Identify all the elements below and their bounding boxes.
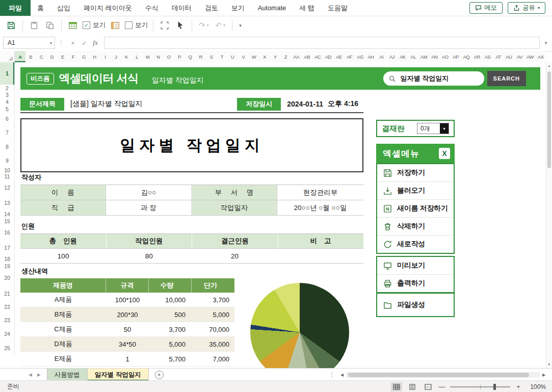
zoom-in-button[interactable]: + [515,383,522,390]
view-checkbox-2[interactable]: 보기 [125,21,148,30]
zoom-slider-thumb[interactable] [493,384,496,390]
row-header[interactable]: 6 [0,112,14,125]
column-header[interactable]: E [57,51,68,62]
toolbar-overflow-button[interactable]: ▾ [238,21,243,30]
ribbon-tab[interactable]: 데이터 [165,0,198,16]
row-header[interactable]: 14 [0,210,14,218]
column-header[interactable]: AI [376,51,387,62]
cursor-button[interactable] [174,19,187,32]
column-header[interactable]: AG [355,51,365,62]
row-header[interactable]: 18 [0,255,14,263]
row-header[interactable]: 2 [0,85,14,92]
column-header[interactable]: AP [451,51,461,62]
ribbon-tab[interactable]: Automate [251,0,293,16]
ribbon-tab[interactable]: 보기 [225,0,251,16]
column-header[interactable]: W [249,51,259,62]
menu-item-new-doc[interactable]: 새로작성 [377,235,454,253]
column-header[interactable]: K [121,51,132,62]
menu-item-open[interactable]: 불러오기 [377,181,454,199]
column-header[interactable]: D [47,51,58,62]
menu-item-print[interactable]: 출력하기 [377,274,454,292]
column-header[interactable]: AO [440,51,451,62]
column-header[interactable]: AH [365,51,376,62]
column-header[interactable]: H [89,51,100,62]
sheet-nav-left-icon[interactable]: ◀ [29,372,32,377]
horizontal-scroll-track[interactable] [346,372,540,378]
share-button[interactable]: 공유 ▾ [508,2,545,14]
column-header[interactable]: AA [291,51,302,62]
column-header[interactable]: AF [344,51,355,62]
page-layout-view-button[interactable] [407,382,418,391]
row-header[interactable]: 5 [0,106,14,112]
horizontal-scrollbar[interactable]: ◀ ▶ [339,369,547,381]
selection-frame-button[interactable] [159,19,171,32]
formula-bar-expand-icon[interactable]: ▾ [540,40,552,45]
row-header[interactable]: 1 [0,62,14,85]
search-button[interactable]: SEARCH [487,71,526,86]
search-input[interactable] [400,74,468,83]
row-header[interactable]: 22 [0,301,14,313]
column-header[interactable]: T [217,51,227,62]
column-header[interactable]: U [227,51,238,62]
sheet-tab[interactable]: 일자별 작업일지 [88,369,149,381]
row-header[interactable]: 8 [0,140,14,154]
column-header[interactable]: AQ [461,51,471,62]
column-header[interactable]: X [259,51,270,62]
zoom-out-button[interactable]: — [438,383,445,390]
row-header[interactable]: 4 [0,98,14,106]
column-header[interactable]: AS [482,51,493,62]
save-button[interactable] [5,19,17,32]
column-header[interactable]: N [153,51,164,62]
column-header[interactable]: AD [323,51,333,62]
row-header[interactable]: 7 [0,125,14,140]
vertical-scroll-thumb[interactable] [547,71,551,168]
tabs-resize-handle[interactable]: ⋮ [329,369,335,381]
scroll-down-icon[interactable]: ▼ [546,361,552,368]
row-header[interactable]: 10 [0,167,14,173]
approval-count-select[interactable]: 0개 ▼ [417,123,449,134]
menu-item-delete[interactable]: 삭제하기 [377,217,454,235]
row-header[interactable]: 11 [0,173,14,179]
column-header[interactable]: AW [525,51,536,62]
table-style-button[interactable] [67,19,79,32]
redo-button[interactable]: ↷ ▾ [197,19,211,32]
row-header[interactable]: 13 [0,196,14,210]
menu-item-preview[interactable]: 미리보기 [377,257,454,274]
view-checkbox-1[interactable]: ✓ 보기 [83,21,106,30]
column-header[interactable]: C [36,51,47,62]
column-header[interactable]: AC [312,51,323,62]
column-header[interactable]: S [206,51,217,62]
horizontal-scroll-thumb[interactable] [348,373,529,377]
row-header[interactable]: 17 [0,241,14,255]
row-header[interactable]: 21 [0,286,14,301]
search-box[interactable] [383,71,484,86]
ribbon-tab[interactable]: 페이지 레이아웃 [77,0,139,16]
column-header[interactable]: L [132,51,142,62]
column-header[interactable]: P [174,51,185,62]
memo-button[interactable]: 메모 [469,2,503,14]
column-header[interactable]: O [164,51,174,62]
column-header[interactable]: V [238,51,249,62]
column-header[interactable]: AB [302,51,312,62]
undo-button[interactable]: ↶ ▾ [214,19,227,32]
ribbon-tab[interactable]: 수식 [139,0,165,16]
table-format-button[interactable] [109,19,121,32]
row-header[interactable]: 23 [0,313,14,327]
column-header[interactable]: Y [270,51,280,62]
enter-entry-button[interactable]: ✓ [78,39,90,47]
scroll-right-icon[interactable]: ▶ [541,373,547,377]
normal-view-button[interactable] [391,382,402,391]
row-header[interactable]: 24 [0,327,14,341]
row-header[interactable]: 19 [0,263,14,269]
column-header[interactable]: J [111,51,121,62]
ribbon-tab[interactable]: 새 탭 [293,0,321,16]
column-header[interactable]: AK [397,51,408,62]
scroll-up-icon[interactable]: ▲ [546,62,552,69]
column-header[interactable]: AR [471,51,482,62]
column-header[interactable]: B [25,51,36,62]
formula-input[interactable] [104,37,540,49]
scroll-left-icon[interactable]: ◀ [339,373,345,377]
insert-function-button[interactable]: fx [90,38,101,47]
cancel-entry-button[interactable]: × [67,39,78,47]
dropdown-caret-icon[interactable]: ▼ [440,123,449,134]
